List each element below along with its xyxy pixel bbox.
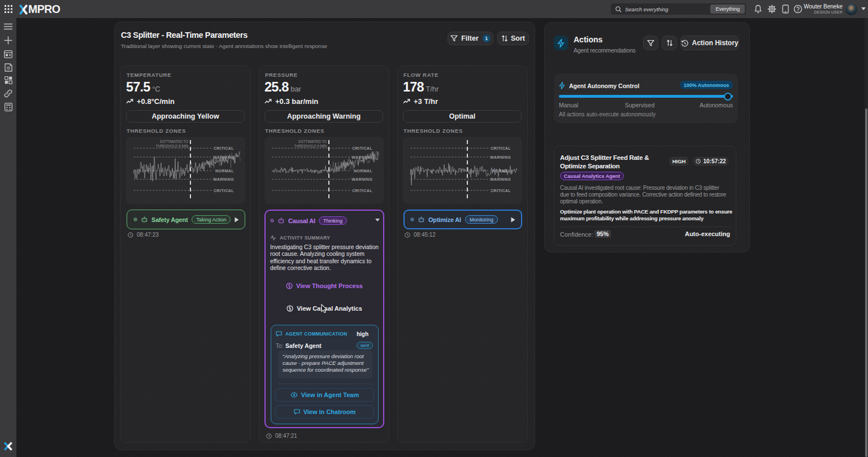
svg-text:THRESHOLD 9 MIN: THRESHOLD 9 MIN	[294, 144, 327, 148]
svg-text:CRITICAL: CRITICAL	[214, 146, 234, 150]
svg-text:THRESHOLD 8 MIN: THRESHOLD 8 MIN	[156, 144, 189, 148]
svg-text:CRITICAL: CRITICAL	[491, 146, 511, 150]
svg-text:CRITICAL: CRITICAL	[352, 146, 372, 150]
svg-text:ESTTIMATED TO: ESTTIMATED TO	[160, 140, 188, 143]
svg-text:CRITICAL: CRITICAL	[214, 189, 234, 193]
svg-text:NORMAL: NORMAL	[354, 169, 372, 173]
svg-text:CRITICAL: CRITICAL	[491, 189, 511, 193]
svg-text:CRITICAL: CRITICAL	[352, 189, 372, 193]
svg-text:WARNING: WARNING	[490, 177, 511, 181]
svg-text:WARNING: WARNING	[490, 155, 511, 159]
svg-text:NORMAL: NORMAL	[215, 169, 234, 173]
svg-text:ESTTIMATED TO: ESTTIMATED TO	[298, 140, 327, 143]
svg-text:WARNING: WARNING	[213, 177, 234, 181]
svg-text:WARNING: WARNING	[351, 177, 372, 181]
